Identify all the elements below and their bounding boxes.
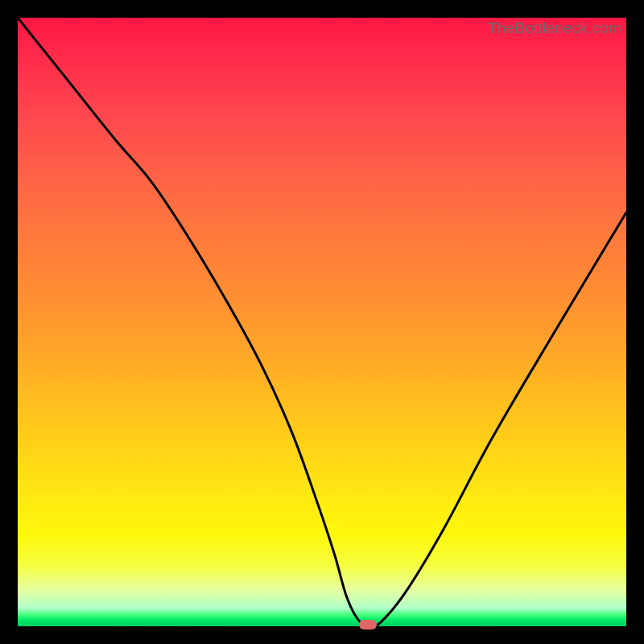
curve-path [18,18,626,626]
bottleneck-curve [18,18,626,626]
watermark-text: TheBottleneck.com [488,19,621,37]
chart-frame: TheBottleneck.com [0,0,644,644]
optimum-marker [359,620,377,630]
plot-area: TheBottleneck.com [18,18,626,626]
